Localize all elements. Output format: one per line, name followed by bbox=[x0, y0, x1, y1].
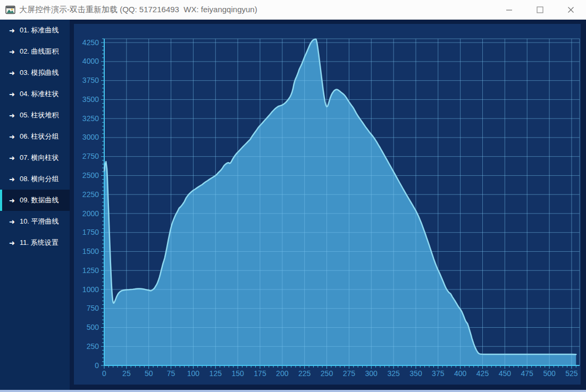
app-window: 大屏控件演示-双击重新加载 (QQ: 517216493 WX: feiyang… bbox=[0, 0, 586, 392]
window-controls bbox=[493, 0, 586, 19]
sidebar-item-04[interactable]: ➜04. 标准柱状 bbox=[0, 83, 70, 105]
arrow-icon: ➜ bbox=[9, 218, 15, 225]
window-bottom-edge bbox=[0, 390, 586, 392]
close-button[interactable] bbox=[555, 0, 586, 19]
sidebar-item-09[interactable]: ➜09. 数据曲线 bbox=[0, 190, 70, 211]
sidebar-item-07[interactable]: ➜07. 横向柱状 bbox=[0, 147, 70, 168]
y-tick-label: 2000 bbox=[82, 209, 99, 218]
sidebar-item-01[interactable]: ➜01. 标准曲线 bbox=[0, 20, 70, 41]
arrow-icon: ➜ bbox=[9, 112, 15, 119]
y-tick-label: 3250 bbox=[82, 114, 99, 123]
sidebar-item-label: 08. 横向分组 bbox=[20, 174, 59, 184]
x-tick-label: 75 bbox=[167, 369, 175, 378]
close-icon bbox=[567, 6, 574, 13]
sidebar-item-11[interactable]: ➜11. 系统设置 bbox=[0, 232, 70, 253]
x-tick-label: 425 bbox=[476, 369, 489, 378]
sidebar-item-label: 10. 平滑曲线 bbox=[20, 217, 59, 226]
y-tick-label: 3750 bbox=[82, 76, 99, 84]
y-tick-label: 1750 bbox=[82, 228, 99, 236]
x-tick-label: 125 bbox=[210, 369, 222, 378]
window-title: 大屏控件演示-双击重新加载 (QQ: 517216493 WX: feiyang… bbox=[19, 5, 257, 15]
sidebar-item-label: 07. 横向柱状 bbox=[20, 153, 59, 163]
x-tick-label: 500 bbox=[543, 369, 556, 378]
sidebar-item-05[interactable]: ➜05. 柱状堆积 bbox=[0, 105, 70, 126]
sidebar-item-10[interactable]: ➜10. 平滑曲线 bbox=[0, 211, 70, 232]
sidebar-item-label: 06. 柱状分组 bbox=[20, 132, 59, 141]
arrow-icon: ➜ bbox=[9, 176, 15, 183]
main-area: ➜01. 标准曲线➜02. 曲线面积➜03. 模拟曲线➜04. 标准柱状➜05.… bbox=[0, 20, 586, 392]
arrow-icon: ➜ bbox=[9, 48, 15, 55]
x-tick-label: 50 bbox=[145, 369, 153, 378]
x-tick-label: 325 bbox=[387, 369, 400, 378]
x-tick-label: 225 bbox=[298, 369, 311, 378]
sidebar-item-02[interactable]: ➜02. 曲线面积 bbox=[0, 41, 70, 62]
area-fill bbox=[104, 39, 576, 365]
title-bar: 大屏控件演示-双击重新加载 (QQ: 517216493 WX: feiyang… bbox=[0, 0, 586, 20]
y-tick-label: 2250 bbox=[82, 190, 99, 199]
x-tick-label: 375 bbox=[432, 369, 445, 378]
sidebar-item-label: 04. 标准柱状 bbox=[20, 89, 59, 99]
arrow-icon: ➜ bbox=[9, 70, 15, 76]
y-tick-label: 2500 bbox=[82, 171, 99, 180]
x-tick-label: 275 bbox=[343, 369, 356, 378]
minimize-button[interactable] bbox=[493, 0, 524, 19]
sidebar: ➜01. 标准曲线➜02. 曲线面积➜03. 模拟曲线➜04. 标准柱状➜05.… bbox=[0, 20, 70, 392]
x-tick-label: 525 bbox=[565, 369, 578, 378]
maximize-button[interactable] bbox=[524, 0, 555, 19]
arrow-icon: ➜ bbox=[9, 155, 15, 161]
y-tick-label: 4000 bbox=[82, 57, 99, 65]
arrow-icon: ➜ bbox=[9, 91, 15, 98]
x-tick-label: 250 bbox=[321, 369, 333, 378]
x-tick-label: 350 bbox=[409, 369, 422, 378]
x-tick-label: 0 bbox=[102, 369, 106, 378]
y-tick-label: 3500 bbox=[82, 95, 99, 104]
x-tick-label: 400 bbox=[454, 369, 467, 378]
y-tick-label: 4250 bbox=[82, 38, 99, 47]
y-tick-label: 250 bbox=[87, 342, 99, 351]
y-tick-label: 3000 bbox=[82, 133, 99, 141]
arrow-icon: ➜ bbox=[9, 197, 15, 204]
x-tick-label: 200 bbox=[276, 369, 289, 378]
y-tick-label: 1250 bbox=[82, 266, 99, 275]
x-tick-label: 25 bbox=[122, 369, 131, 378]
sidebar-item-label: 03. 模拟曲线 bbox=[20, 68, 59, 78]
area-chart[interactable]: 0255075100125150175200225250275300325350… bbox=[74, 24, 581, 385]
sidebar-item-03[interactable]: ➜03. 模拟曲线 bbox=[0, 62, 70, 83]
sidebar-item-08[interactable]: ➜08. 横向分组 bbox=[0, 168, 70, 190]
arrow-icon: ➜ bbox=[9, 133, 15, 140]
x-tick-label: 450 bbox=[499, 369, 512, 378]
sidebar-item-label: 02. 曲线面积 bbox=[20, 47, 59, 56]
x-tick-label: 300 bbox=[365, 369, 378, 378]
x-tick-label: 475 bbox=[521, 369, 534, 378]
y-tick-label: 1000 bbox=[82, 285, 99, 294]
sidebar-item-label: 01. 标准曲线 bbox=[20, 25, 59, 35]
minimize-icon bbox=[506, 6, 513, 13]
x-tick-label: 150 bbox=[231, 369, 244, 378]
arrow-icon: ➜ bbox=[9, 27, 15, 34]
app-icon bbox=[5, 5, 15, 15]
y-tick-label: 2750 bbox=[82, 152, 99, 160]
arrow-icon: ➜ bbox=[9, 240, 15, 246]
y-tick-label: 1500 bbox=[82, 247, 99, 255]
y-tick-label: 0 bbox=[95, 361, 99, 370]
y-tick-label: 750 bbox=[87, 304, 99, 312]
sidebar-item-label: 05. 柱状堆积 bbox=[20, 110, 59, 120]
sidebar-item-label: 11. 系统设置 bbox=[20, 238, 58, 248]
x-tick-label: 175 bbox=[254, 369, 266, 378]
maximize-icon bbox=[537, 6, 543, 13]
chart-panel[interactable]: 0255075100125150175200225250275300325350… bbox=[74, 24, 581, 385]
y-tick-label: 500 bbox=[87, 323, 99, 331]
x-tick-label: 100 bbox=[187, 369, 200, 378]
sidebar-item-06[interactable]: ➜06. 柱状分组 bbox=[0, 126, 70, 147]
sidebar-item-label: 09. 数据曲线 bbox=[20, 195, 59, 205]
